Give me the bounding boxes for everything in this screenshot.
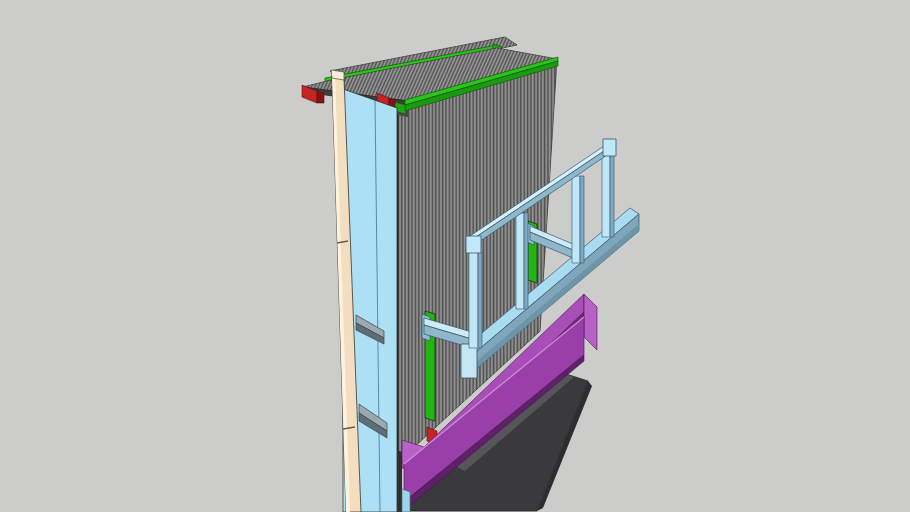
model-canvas[interactable] bbox=[0, 0, 910, 512]
bottom-blue-sliver bbox=[402, 489, 410, 512]
3d-viewport[interactable] bbox=[0, 0, 910, 512]
top-rail-right-cap bbox=[603, 139, 616, 156]
stud-post-right[interactable] bbox=[602, 153, 614, 237]
stud-post-left[interactable] bbox=[469, 252, 482, 348]
top-rail-left-cap bbox=[466, 236, 481, 253]
bottom-gap-strip bbox=[397, 450, 402, 512]
bottom-channel-left-cap bbox=[461, 344, 477, 378]
stud-post-2[interactable] bbox=[516, 213, 528, 309]
stud-post-3[interactable] bbox=[572, 176, 584, 263]
board-top-cap bbox=[331, 70, 344, 80]
